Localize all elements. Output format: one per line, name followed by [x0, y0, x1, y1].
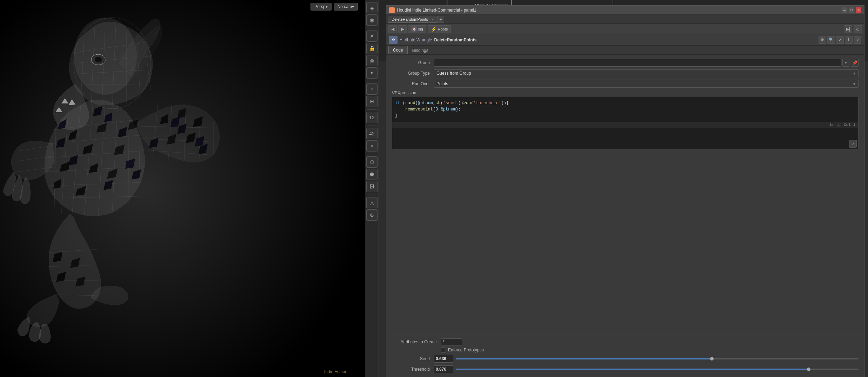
- aw-controls: ⚙ 🔍 ↗ ℹ ?: [819, 36, 861, 44]
- params-area: Group ▼ 📌 Group Type Guess from Group ▼: [386, 55, 864, 335]
- tool-lock[interactable]: 🔒: [366, 43, 378, 54]
- group-type-control: Guess from Group ▼: [434, 69, 859, 77]
- nav-roots-btn[interactable]: ⚡ Roots: [428, 25, 451, 33]
- tool-transform[interactable]: ✕: [366, 31, 378, 42]
- group-type-arrow: ▼: [853, 72, 856, 75]
- perspective-btn[interactable]: Persp▾: [311, 3, 331, 11]
- code-tab-bindings[interactable]: Bindings: [408, 46, 433, 54]
- aw-header: ⚙ Attribute Wrangle DeleteRandomPoints ⚙…: [386, 34, 864, 46]
- nocam-btn[interactable]: No cam▾: [334, 3, 358, 11]
- code-tab-code[interactable]: Code: [388, 46, 408, 54]
- vex-editor[interactable]: if (rand(@ptnum,ch('seed'))>ch('threshol…: [392, 97, 859, 149]
- aw-node-icon: ⚙: [389, 36, 398, 44]
- tool-pen[interactable]: ⬡: [366, 156, 378, 168]
- seed-slider-track[interactable]: [456, 358, 859, 359]
- group-type-label: Group Type: [392, 71, 434, 76]
- group-type-dropdown[interactable]: Guess from Group ▼: [434, 69, 859, 77]
- run-over-param-row: Run Over Points ▼: [386, 79, 864, 89]
- aw-gear-btn[interactable]: ⚙: [819, 36, 826, 44]
- group-input[interactable]: [434, 59, 841, 67]
- run-over-arrow: ▼: [853, 82, 856, 86]
- right-panel: Attribute Wrangle 🚫 delete2 📝 🔒: [379, 0, 868, 377]
- nav-obj-btn[interactable]: 🏠 obj: [408, 25, 426, 33]
- panel-title-left: H Houdini Indie Limited-Commercial - pan…: [389, 7, 476, 13]
- tool-geo[interactable]: ◬: [366, 197, 378, 208]
- panel-maximize-btn[interactable]: □: [849, 7, 854, 13]
- threshold-slider-thumb[interactable]: [807, 368, 810, 371]
- group-label: Group: [392, 60, 434, 65]
- panel-title-text: Houdini Indie Limited-Commercial - panel…: [397, 8, 476, 13]
- watermark: Indie Edition: [324, 369, 347, 374]
- tool-layers[interactable]: ≡: [366, 83, 378, 95]
- tool-separator-4: [367, 126, 377, 126]
- panel-titlebar: H Houdini Indie Limited-Commercial - pan…: [386, 6, 864, 15]
- panel-minimize-btn[interactable]: —: [842, 7, 847, 13]
- code-tabs: Code Bindings: [386, 46, 864, 55]
- tool-separator-2: [367, 81, 377, 81]
- group-pin-btn[interactable]: 📌: [851, 59, 859, 67]
- vexpression-section: VEXpression if (rand(@ptnum,ch('seed'))>…: [386, 89, 864, 152]
- tool-edit[interactable]: ⬟: [366, 169, 378, 180]
- viewport-controls: Persp▾ No cam▾: [311, 3, 358, 11]
- tool-light[interactable]: ✦: [366, 67, 378, 79]
- threshold-slider-fill: [456, 369, 809, 370]
- tool-number-12[interactable]: 12: [366, 112, 378, 123]
- aw-nav-btn[interactable]: ↗: [836, 36, 844, 44]
- vex-expand-btn[interactable]: ⤢: [849, 140, 857, 148]
- vex-code-content[interactable]: if (rand(@ptnum,ch('seed'))>ch('threshol…: [392, 97, 858, 122]
- group-control: ▼ 📌: [434, 59, 859, 67]
- bottom-params: Attributes to Create Enforce Prototypes …: [386, 335, 864, 377]
- group-param-row: Group ▼ 📌: [386, 58, 864, 68]
- run-over-label: Run Over: [392, 81, 434, 86]
- enforce-checkbox[interactable]: [441, 348, 446, 352]
- tool-separator-3: [367, 109, 377, 110]
- seed-slider-fill: [456, 358, 712, 359]
- houdini-icon: H: [389, 7, 395, 13]
- enforce-prototypes-row: Enforce Prototypes: [386, 346, 864, 354]
- tool-view[interactable]: ◉: [366, 14, 378, 26]
- threshold-value-input[interactable]: 0.876: [434, 365, 453, 373]
- tool-visibility[interactable]: ◎: [366, 55, 378, 66]
- 3d-viewport[interactable]: Persp▾ No cam▾ Indie Edition: [0, 0, 365, 377]
- vex-status-bar: Ln 1, Col 1: [392, 122, 858, 128]
- aw-info-btn[interactable]: ℹ: [845, 36, 853, 44]
- tool-image[interactable]: 🖼: [366, 181, 378, 192]
- enforce-label: Enforce Prototypes: [448, 348, 484, 352]
- nav-end-btn2[interactable]: ⊙: [854, 25, 862, 33]
- group-type-param-row: Group Type Guess from Group ▼: [386, 68, 864, 79]
- aw-help-btn[interactable]: ?: [854, 36, 861, 44]
- threshold-slider-container: [456, 365, 859, 373]
- seed-row: Seed 0.636: [386, 354, 864, 364]
- threshold-slider-track[interactable]: [456, 369, 859, 370]
- panel-window-controls: — □ ✕: [842, 7, 861, 13]
- tool-separator-5: [367, 154, 377, 154]
- panel-close-btn[interactable]: ✕: [856, 7, 861, 13]
- panel-tab-add[interactable]: +: [437, 16, 444, 23]
- nav-back-btn[interactable]: ◀: [388, 25, 397, 33]
- run-over-control: Points ▼: [434, 80, 859, 88]
- nav-forward-btn[interactable]: ▶: [398, 25, 407, 33]
- tool-grid[interactable]: ⊞: [366, 96, 378, 107]
- tool-number-42[interactable]: 42: [366, 128, 378, 139]
- panel-tab-main[interactable]: DeleteRandomPoints ×: [388, 16, 437, 23]
- seed-slider-container: [456, 355, 859, 363]
- seed-slider-thumb[interactable]: [710, 357, 714, 361]
- attrs-to-create-label: Attributes to Create: [392, 339, 441, 344]
- tool-snap[interactable]: ⌖: [366, 140, 378, 152]
- attrs-to-create-row: Attributes to Create: [386, 337, 864, 346]
- seed-value-input[interactable]: 0.636: [434, 355, 453, 363]
- tool-separator-6: [367, 195, 377, 195]
- seed-label: Seed: [392, 356, 434, 361]
- svg-point-15: [95, 57, 102, 62]
- panel-nav: ◀ ▶ 🏠 obj ⚡ Roots ▶| ⊙: [386, 24, 864, 34]
- aw-search-btn[interactable]: 🔍: [827, 36, 835, 44]
- tool-add[interactable]: ⊕: [366, 209, 378, 221]
- panel-tabs: DeleteRandomPoints × +: [386, 15, 864, 24]
- nav-end-btn1[interactable]: ▶|: [844, 25, 852, 33]
- run-over-dropdown[interactable]: Points ▼: [434, 80, 859, 88]
- aw-name-label: DeleteRandomPoints: [434, 38, 477, 42]
- attrs-to-create-input[interactable]: [441, 338, 462, 345]
- tool-select[interactable]: ◈: [366, 2, 378, 13]
- vex-label: VEXpression: [392, 90, 859, 95]
- group-dropdown-btn[interactable]: ▼: [842, 59, 849, 67]
